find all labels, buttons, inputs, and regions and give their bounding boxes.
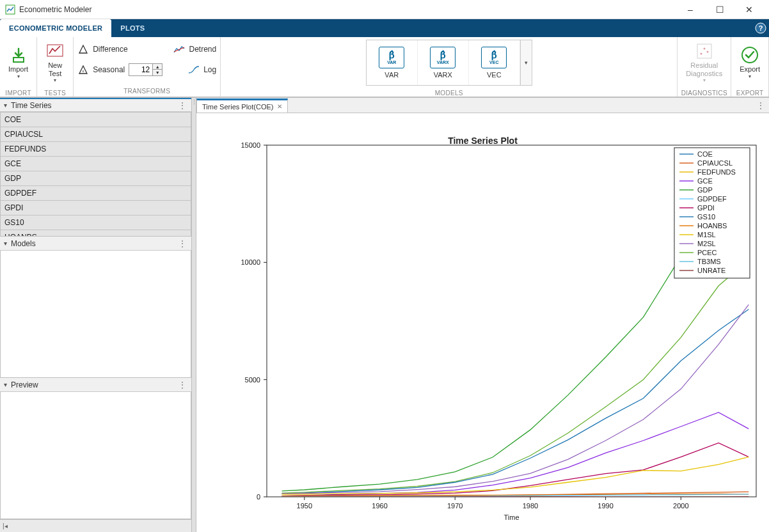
close-icon[interactable]: ✕	[277, 103, 282, 110]
chevron-down-icon: ▾	[4, 102, 7, 109]
svg-text:GDPDEF: GDPDEF	[697, 195, 727, 203]
tab-econometric-modeler[interactable]: ECONOMETRIC MODELER	[0, 19, 111, 37]
list-item[interactable]: HOANBS	[1, 230, 191, 237]
help-button[interactable]: ?	[752, 19, 769, 37]
import-icon	[10, 46, 28, 64]
main-tabstrip: ECONOMETRIC MODELER PLOTS ?	[0, 19, 769, 37]
svg-text:0: 0	[257, 493, 260, 501]
tab-plots[interactable]: PLOTS	[111, 19, 154, 37]
detrend-button[interactable]: Detrend	[173, 40, 216, 59]
chevron-down-icon: ▾	[17, 74, 20, 79]
models-panel-body	[0, 251, 191, 378]
plot-area: Time Series Plot 05000100001500019501960…	[196, 113, 769, 532]
group-tests: New Test ▾ TESTS	[37, 37, 74, 97]
panel-header-models[interactable]: ▾ Models ⋮	[0, 237, 191, 251]
svg-text:UNRATE: UNRATE	[697, 267, 725, 274]
svg-text:COE: COE	[697, 150, 713, 158]
svg-text:1950: 1950	[297, 502, 312, 510]
svg-text:s: s	[83, 69, 84, 73]
list-item[interactable]: COE	[1, 113, 191, 127]
svg-text:HOANBS: HOANBS	[697, 222, 727, 230]
difference-icon	[77, 43, 89, 55]
svg-text:10000: 10000	[241, 258, 260, 266]
svg-text:1960: 1960	[372, 502, 387, 510]
list-item[interactable]: GDP	[1, 171, 191, 186]
time-series-chart: 050001000015000195019601970198019902000T…	[196, 113, 769, 532]
import-button[interactable]: Import ▾	[4, 40, 33, 86]
doc-tab-timeseriesplot[interactable]: Time Series Plot(COE) ✕	[196, 98, 288, 113]
model-varx[interactable]: β̂VARX VARX	[418, 40, 469, 85]
svg-text:FEDFUNDS: FEDFUNDS	[697, 168, 736, 176]
list-item[interactable]: GPDI	[1, 201, 191, 215]
models-gallery-dropdown[interactable]: ▾	[520, 40, 532, 85]
diagnostics-icon	[695, 42, 713, 60]
svg-text:1980: 1980	[523, 502, 538, 510]
right-pane: Time Series Plot(COE) ✕ ⋮ Time Series Pl…	[196, 98, 769, 532]
list-item[interactable]: GDPDEF	[1, 186, 191, 201]
app-icon	[5, 4, 15, 15]
svg-text:GS10: GS10	[697, 213, 715, 221]
model-vec[interactable]: β̂VEC VEC	[469, 40, 520, 85]
document-tabs: Time Series Plot(COE) ✕ ⋮	[196, 98, 769, 113]
svg-point-8	[700, 53, 702, 55]
minimize-button[interactable]: –	[676, 0, 705, 19]
model-var[interactable]: β̂VAR VAR	[367, 40, 418, 85]
list-item[interactable]: GCE	[1, 157, 191, 171]
svg-text:GPDI: GPDI	[697, 204, 715, 212]
list-item[interactable]: GS10	[1, 215, 191, 230]
export-button[interactable]: Export ▾	[735, 40, 765, 86]
seasonal-icon: s	[77, 64, 89, 75]
residual-diagnostics-button: Residual Diagnostics ▾	[681, 40, 727, 86]
group-transforms: Difference Detrend s Seasonal ▲▼	[74, 37, 221, 97]
window-title: Econometric Modeler	[19, 5, 676, 14]
chevron-down-icon: ▾	[54, 77, 56, 83]
panel-header-timeseries[interactable]: ▾ Time Series ⋮	[0, 98, 191, 112]
svg-text:PCEC: PCEC	[697, 249, 717, 256]
svg-text:2000: 2000	[673, 502, 688, 510]
svg-text:1970: 1970	[447, 502, 463, 510]
chevron-down-icon: ▾	[749, 74, 751, 79]
spin-up[interactable]: ▲	[153, 64, 162, 70]
log-button[interactable]: Log	[188, 60, 216, 79]
group-diagnostics: Residual Diagnostics ▾ DIAGNOSTICS	[678, 37, 731, 97]
timeseries-list[interactable]: COECPIAUCSLFEDFUNDSGCEGDPGDPDEFGPDIGS10H…	[0, 112, 191, 237]
vertical-splitter[interactable]: ⋮	[192, 98, 196, 532]
group-export: Export ▾ EXPORT	[731, 37, 769, 97]
difference-button[interactable]: Difference	[77, 40, 127, 59]
panel-menu-icon[interactable]: ⋮	[752, 98, 769, 113]
group-models: β̂VAR VAR β̂VARX VARX β̂VEC VEC ▾ MODELS	[221, 37, 678, 97]
list-item[interactable]: FEDFUNDS	[1, 142, 191, 157]
panel-menu-icon[interactable]: ⋮	[178, 100, 187, 111]
toolstrip: Import ▾ IMPORT New Test ▾ TESTS Differe…	[0, 37, 769, 98]
svg-text:5000: 5000	[245, 376, 260, 384]
svg-text:?: ?	[759, 24, 763, 32]
svg-text:M1SL: M1SL	[697, 231, 716, 239]
panel-menu-icon[interactable]: ⋮	[178, 239, 187, 249]
seasonal-input[interactable]	[129, 64, 152, 75]
svg-rect-7	[697, 44, 711, 58]
seasonal-row: s Seasonal ▲▼	[77, 60, 163, 79]
nav-first-icon[interactable]: |◂	[3, 522, 8, 529]
svg-text:GDP: GDP	[697, 186, 713, 194]
panel-header-preview[interactable]: ▾ Preview ⋮	[0, 378, 191, 392]
seasonal-spinner[interactable]: ▲▼	[129, 63, 163, 76]
svg-point-9	[703, 48, 705, 50]
list-item[interactable]: CPIAUCSL	[1, 127, 191, 142]
close-button[interactable]: ✕	[734, 0, 764, 19]
svg-text:GCE: GCE	[697, 177, 713, 185]
group-import: Import ▾ IMPORT	[0, 37, 37, 97]
new-test-button[interactable]: New Test ▾	[41, 40, 69, 86]
svg-text:M2SL: M2SL	[697, 240, 716, 247]
chevron-down-icon: ▾	[703, 77, 706, 83]
panel-menu-icon[interactable]: ⋮	[178, 380, 187, 390]
svg-point-10	[706, 51, 708, 53]
chevron-down-icon: ▾	[4, 240, 7, 247]
spin-down[interactable]: ▼	[153, 70, 162, 75]
preview-panel-body	[0, 392, 191, 519]
svg-text:TB3MS: TB3MS	[697, 258, 721, 265]
export-icon	[741, 46, 759, 64]
svg-text:15000: 15000	[241, 141, 260, 149]
svg-rect-3	[13, 58, 24, 62]
svg-text:1990: 1990	[598, 502, 613, 510]
maximize-button[interactable]: ☐	[705, 0, 734, 19]
